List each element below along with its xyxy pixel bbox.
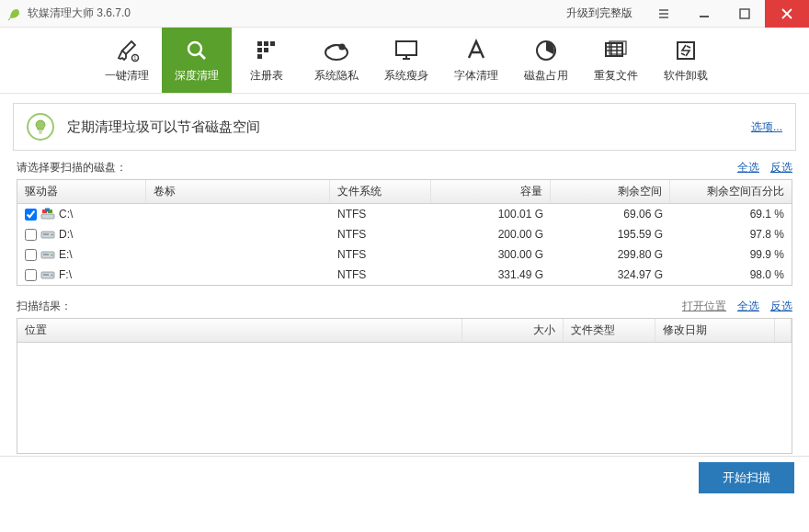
col-type[interactable]: 文件类型 [564, 319, 655, 342]
table-row[interactable]: C:\NTFS100.01 G69.06 G69.1 % [17, 204, 792, 224]
drive-pct: 98.0 % [670, 268, 792, 281]
tool-label: 系统瘦身 [384, 68, 428, 84]
font-icon [463, 37, 489, 64]
tool-uninstall[interactable]: 软件卸载 [651, 28, 721, 93]
svg-rect-30 [41, 214, 54, 219]
col-pct[interactable]: 剩余空间百分比 [670, 180, 792, 203]
svg-point-9 [188, 42, 201, 55]
monitor-icon [393, 37, 420, 64]
drive-capacity: 300.00 G [431, 248, 551, 261]
drive-icon [40, 248, 55, 261]
drive-fs: NTFS [330, 208, 431, 221]
results-deselect[interactable]: 反选 [770, 299, 792, 314]
tool-duplicate[interactable]: 重复文件 [581, 28, 651, 93]
drive-pct: 97.8 % [670, 228, 792, 241]
svg-rect-16 [257, 54, 262, 59]
drive-name: E:\ [59, 248, 73, 261]
privacy-icon [323, 37, 350, 64]
col-label[interactable]: 卷标 [146, 180, 330, 203]
col-capacity[interactable]: 容量 [431, 180, 551, 203]
tool-one-click-clean[interactable]: 1 一键清理 [92, 28, 162, 93]
disks-table: 驱动器 卷标 文件系统 容量 剩余空间 剩余空间百分比 C:\NTFS100.0… [17, 179, 792, 286]
tip-banner: 定期清理垃圾可以节省磁盘空间 选项... [13, 103, 796, 151]
deselect-link[interactable]: 反选 [770, 160, 792, 175]
tool-label: 注册表 [250, 68, 283, 84]
menu-button[interactable] [644, 0, 684, 28]
minimize-button[interactable] [684, 0, 724, 28]
drive-free: 69.06 G [551, 208, 670, 221]
col-size[interactable]: 大小 [462, 319, 564, 342]
brush-icon: 1 [113, 37, 141, 64]
svg-rect-33 [45, 209, 50, 212]
col-fs[interactable]: 文件系统 [330, 180, 431, 203]
drive-name: D:\ [59, 228, 73, 241]
col-scroll [775, 319, 792, 342]
svg-rect-4 [740, 9, 749, 18]
drive-icon [40, 208, 55, 221]
row-checkbox[interactable] [25, 209, 37, 221]
tool-registry[interactable]: 注册表 [232, 28, 302, 93]
results-select-all[interactable]: 全选 [737, 299, 759, 314]
magnifier-icon [184, 37, 210, 64]
table-row[interactable]: E:\NTFS300.00 G299.80 G99.9 % [17, 244, 792, 265]
row-checkbox[interactable] [25, 269, 37, 281]
svg-rect-11 [257, 41, 262, 46]
col-location[interactable]: 位置 [17, 319, 462, 342]
drive-free: 324.97 G [551, 268, 670, 281]
registry-icon [254, 37, 279, 64]
table-row[interactable]: D:\NTFS200.00 G195.59 G97.8 % [17, 224, 792, 244]
maximize-button[interactable] [724, 0, 765, 28]
svg-rect-38 [43, 254, 49, 255]
drive-capacity: 200.00 G [431, 228, 551, 241]
duplicate-icon [602, 37, 630, 64]
svg-rect-19 [396, 41, 416, 55]
tool-privacy[interactable]: 系统隐私 [302, 28, 371, 93]
svg-point-42 [51, 275, 53, 277]
drive-name: C:\ [59, 208, 73, 221]
tool-label: 深度清理 [175, 68, 219, 84]
drive-fs: NTFS [330, 248, 431, 261]
tool-font[interactable]: 字体清理 [441, 28, 511, 93]
row-checkbox[interactable] [25, 229, 37, 241]
tool-label: 字体清理 [454, 68, 498, 84]
bulb-icon [27, 113, 54, 141]
tool-disk-usage[interactable]: 磁盘占用 [511, 28, 581, 93]
pie-icon [533, 37, 559, 64]
svg-point-39 [51, 255, 53, 256]
drive-pct: 99.9 % [670, 248, 792, 261]
tool-label: 一键清理 [105, 68, 149, 84]
drive-fs: NTFS [330, 268, 431, 281]
svg-text:1: 1 [134, 55, 137, 61]
title-bar: 软媒清理大师 3.6.7.0 升级到完整版 [0, 0, 809, 28]
tool-label: 磁盘占用 [524, 68, 568, 84]
options-link[interactable]: 选项... [751, 119, 782, 135]
tool-label: 软件卸载 [664, 68, 708, 84]
col-date[interactable]: 修改日期 [655, 319, 775, 342]
tool-label: 系统隐私 [314, 68, 359, 84]
col-free[interactable]: 剩余空间 [551, 180, 670, 203]
close-button[interactable] [765, 0, 809, 28]
svg-rect-14 [257, 48, 262, 52]
drive-free: 195.59 G [551, 228, 670, 241]
svg-rect-41 [43, 274, 49, 276]
drive-icon [40, 268, 55, 281]
select-all-link[interactable]: 全选 [737, 160, 759, 175]
open-location-link[interactable]: 打开位置 [682, 299, 726, 314]
row-checkbox[interactable] [25, 249, 37, 261]
svg-rect-12 [264, 41, 268, 46]
tool-label: 重复文件 [594, 68, 638, 84]
svg-rect-35 [43, 233, 49, 235]
start-scan-button[interactable]: 开始扫描 [699, 462, 794, 493]
col-drive[interactable]: 驱动器 [17, 180, 146, 203]
drive-free: 299.80 G [551, 248, 670, 261]
svg-rect-15 [264, 48, 268, 52]
table-row[interactable]: F:\NTFS331.49 G324.97 G98.0 % [17, 265, 792, 285]
drive-icon [40, 228, 55, 241]
svg-line-10 [199, 53, 205, 59]
upgrade-link[interactable]: 升级到完整版 [555, 6, 644, 21]
svg-point-36 [51, 234, 53, 236]
tool-deep-clean[interactable]: 深度清理 [162, 28, 232, 93]
tool-slim[interactable]: 系统瘦身 [371, 28, 441, 93]
drive-pct: 69.1 % [670, 208, 792, 221]
main-toolbar: 1 一键清理 深度清理 注册表 系统隐私 系统瘦身 字体清理 磁盘占用 重复文件… [0, 28, 809, 94]
